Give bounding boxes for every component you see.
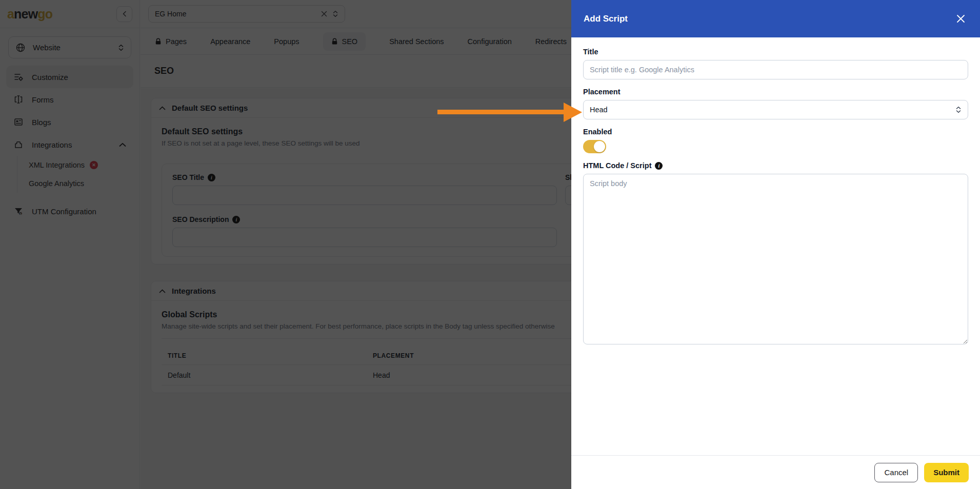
html-code-label: HTML Code / Script xyxy=(583,161,651,170)
close-icon[interactable] xyxy=(953,12,968,26)
script-title-field-group: Title xyxy=(583,48,968,79)
enabled-label: Enabled xyxy=(583,128,968,136)
enabled-toggle[interactable] xyxy=(583,140,606,153)
drawer-title: Add Script xyxy=(584,14,628,24)
chevron-up-down-icon xyxy=(955,106,962,113)
script-title-input[interactable] xyxy=(583,60,968,79)
drawer-footer: Cancel Submit xyxy=(571,455,980,489)
enabled-field-group: Enabled xyxy=(583,128,968,153)
script-title-label: Title xyxy=(583,48,968,56)
app-root: anewgo Website Customize xyxy=(0,0,980,489)
toggle-knob xyxy=(594,141,605,152)
add-script-drawer: Add Script Title Placement Head E xyxy=(571,0,980,489)
placement-select[interactable]: Head xyxy=(583,100,968,119)
placement-label: Placement xyxy=(583,88,968,96)
cancel-button[interactable]: Cancel xyxy=(874,463,918,482)
drawer-body: Title Placement Head Enabled xyxy=(571,37,980,455)
html-code-field-group: HTML Code / Script i xyxy=(583,161,968,347)
placement-field-group: Placement Head xyxy=(583,88,968,119)
submit-button[interactable]: Submit xyxy=(924,463,969,482)
info-icon: i xyxy=(655,162,663,170)
placement-select-value: Head xyxy=(590,106,608,114)
drawer-header: Add Script xyxy=(571,0,980,37)
script-body-textarea[interactable] xyxy=(583,174,968,344)
